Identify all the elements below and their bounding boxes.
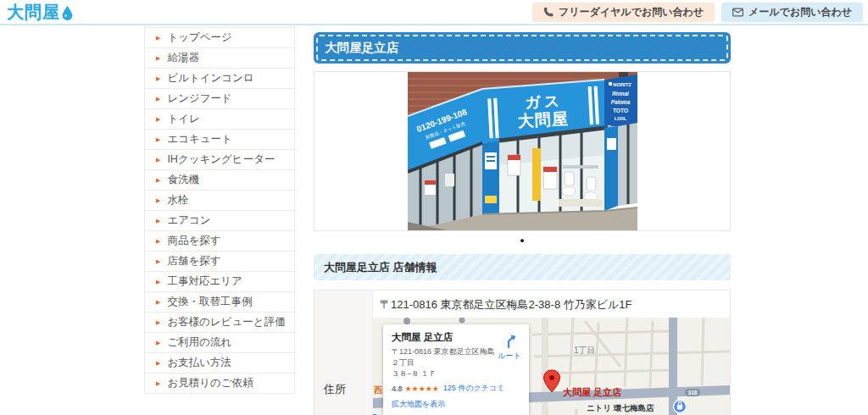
- mail-icon: [732, 8, 743, 17]
- main-content: 大問屋足立店 0120-199-108 新製品・ネット販売: [314, 0, 731, 415]
- phone-icon: [543, 7, 554, 17]
- arrow-right-icon: ▶: [156, 299, 160, 305]
- sidebar-item-search-products[interactable]: ▶商品を探す: [145, 231, 294, 252]
- store-photo: 0120-199-108 新製品・ネット販売 ガス 大問屋 NORITZ Rin…: [408, 72, 637, 230]
- sidebar-item-faucet[interactable]: ▶水栓: [145, 191, 294, 211]
- store-info-section-header: 大問屋足立店 店舗情報: [314, 254, 731, 280]
- mail-button-label: メールでお問い合わせ: [748, 5, 852, 19]
- address-row-label: 住所: [314, 290, 373, 415]
- map-card-address: 〒121-0816 東京都足立区梅島２丁目 ３８−８ １Ｆ: [392, 346, 497, 379]
- sidebar-item-reviews[interactable]: ▶お客様のレビューと評価: [145, 313, 294, 333]
- map-label-nitori: ニトリ 環七梅島店: [587, 403, 654, 412]
- sidebar-item-range-hood[interactable]: ▶レンジフード: [145, 89, 294, 109]
- freedial-button-label: フリーダイヤルでお問い合わせ: [559, 5, 704, 19]
- address-text: 〒121-0816 東京都足立区梅島2-38-8 竹乃家ビル1F: [373, 290, 730, 318]
- route-badge-318: 318: [688, 390, 698, 396]
- brand-noritz: NORITZ: [613, 82, 632, 87]
- arrow-right-icon: ▶: [156, 279, 160, 285]
- page-title-bar: 大問屋足立店: [314, 32, 731, 64]
- arrow-right-icon: ▶: [156, 96, 160, 102]
- sidebar-item-estimate-request[interactable]: ▶お見積りのご依頼: [145, 374, 294, 394]
- brand-rinnai: Rinnai: [612, 91, 629, 97]
- sidebar-item-ecocute[interactable]: ▶エコキュート: [145, 130, 294, 150]
- brand-toto: TOTO: [612, 108, 627, 113]
- shopping-poi-icon[interactable]: [674, 401, 687, 413]
- arrow-right-icon: ▶: [156, 360, 160, 366]
- sign-store-name: 大問屋: [517, 109, 569, 130]
- carousel-dot[interactable]: ●: [314, 236, 731, 245]
- map-poi-icon: [403, 318, 410, 324]
- mail-contact-button[interactable]: メールでお問い合わせ: [721, 3, 863, 22]
- route-link[interactable]: ルート: [498, 351, 520, 362]
- address-row-value: 〒121-0816 東京都足立区梅島2-38-8 竹乃家ビル1F: [373, 290, 730, 415]
- google-map[interactable]: 501 501 318 西新井店 1丁目: [373, 318, 730, 415]
- arrow-right-icon: ▶: [156, 319, 160, 325]
- arrow-right-icon: ▶: [156, 177, 160, 183]
- arrow-right-icon: ▶: [156, 218, 160, 224]
- sidebar-item-aircon[interactable]: ▶エアコン: [145, 211, 294, 231]
- arrow-right-icon: ▶: [156, 35, 160, 41]
- directions-icon[interactable]: [502, 333, 517, 348]
- sidebar-item-dishwasher[interactable]: ▶食洗機: [145, 170, 294, 191]
- reviews-link[interactable]: 125 件のクチコミ: [443, 383, 505, 394]
- sidebar-nav: ▶トップページ ▶給湯器 ▶ビルトインコンロ ▶レンジフード ▶トイレ ▶エコキ…: [144, 27, 295, 394]
- expand-map-link[interactable]: 拡大地図を表示: [392, 399, 497, 410]
- sidebar-item-payment[interactable]: ▶お支払い方法: [145, 353, 294, 374]
- star-rating-icons: ★★★★★: [405, 385, 439, 393]
- arrow-right-icon: ▶: [156, 258, 160, 264]
- sidebar-item-builtin-stove[interactable]: ▶ビルトインコンロ: [145, 69, 294, 89]
- map-label-district: 1丁目: [574, 346, 596, 355]
- map-card-rating-row: 4.8 ★★★★★ 125 件のクチコミ: [392, 383, 497, 394]
- brand-paloma: Paloma: [610, 99, 630, 105]
- sidebar-item-work-examples[interactable]: ▶交換・取替工事例: [145, 292, 294, 313]
- sidebar-item-top-page[interactable]: ▶トップページ: [145, 28, 294, 48]
- arrow-right-icon: ▶: [156, 55, 160, 61]
- sidebar-item-service-area[interactable]: ▶工事対応エリア: [145, 272, 294, 292]
- rating-value: 4.8: [392, 385, 403, 393]
- sidebar-item-ih-heater[interactable]: ▶IHクッキングヒーター: [145, 150, 294, 170]
- site-header: 大問屋 フリーダイヤルでお問い合わせ メールでお問い合わせ: [0, 0, 868, 25]
- sidebar-item-water-heater[interactable]: ▶給湯器: [145, 48, 294, 69]
- store-photo-carousel: 0120-199-108 新製品・ネット販売 ガス 大問屋 NORITZ Rin…: [314, 71, 731, 231]
- arrow-right-icon: ▶: [156, 157, 160, 163]
- arrow-right-icon: ▶: [156, 197, 160, 203]
- arrow-right-icon: ▶: [156, 340, 160, 346]
- site-logo[interactable]: 大問屋: [7, 3, 73, 20]
- map-card-title: 大問屋 足立店: [392, 331, 497, 344]
- map-info-card: 大問屋 足立店 〒121-0816 東京都足立区梅島２丁目 ３８−８ １Ｆ 4.…: [383, 324, 529, 415]
- arrow-right-icon: ▶: [156, 238, 160, 244]
- store-info-table: 住所 〒121-0816 東京都足立区梅島2-38-8 竹乃家ビル1F: [314, 290, 731, 415]
- freedial-contact-button[interactable]: フリーダイヤルでお問い合わせ: [532, 3, 715, 22]
- sidebar-item-search-stores[interactable]: ▶店舗を探す: [145, 252, 294, 272]
- water-drop-icon: [62, 6, 73, 20]
- header-contact-buttons: フリーダイヤルでお問い合わせ メールでお問い合わせ: [532, 3, 863, 22]
- arrow-right-icon: ▶: [156, 380, 160, 386]
- logo-text: 大問屋: [7, 3, 60, 20]
- arrow-right-icon: ▶: [156, 116, 160, 122]
- brand-lixil: LIXIL: [614, 116, 626, 121]
- sign-gas-text: ガス: [524, 92, 563, 111]
- arrow-right-icon: ▶: [156, 136, 160, 142]
- arrow-right-icon: ▶: [156, 75, 160, 81]
- sidebar-item-toilet[interactable]: ▶トイレ: [145, 109, 294, 130]
- page-title: 大問屋足立店: [314, 32, 731, 64]
- sidebar-item-usage-flow[interactable]: ▶ご利用の流れ: [145, 333, 294, 353]
- map-label-pin: 大問屋 足立店: [563, 387, 622, 397]
